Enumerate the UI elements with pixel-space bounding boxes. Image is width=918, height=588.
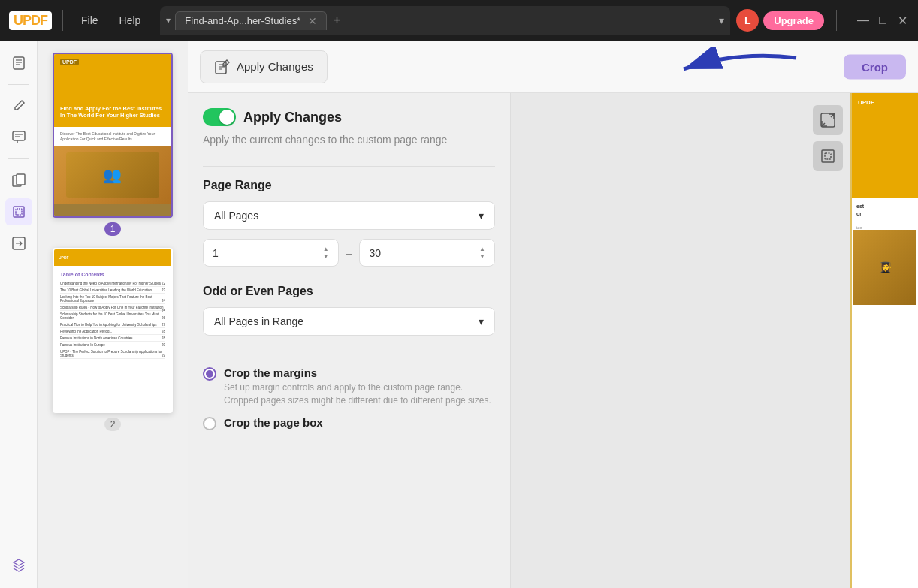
tab-bar: ▾ Find-and-Ap...her-Studies* ✕ + ▾ — [160, 6, 730, 35]
crop-page-box-content: Crop the page box — [224, 416, 323, 429]
range-from-up[interactable]: ▲ — [323, 246, 329, 253]
svg-rect-10 — [16, 209, 22, 215]
crop-page-box-label: Crop the page box — [224, 416, 323, 429]
crop-page-box-row: Crop the page box — [203, 416, 495, 430]
active-tab[interactable]: Find-and-Ap...her-Studies* ✕ — [175, 11, 327, 30]
range-to-up[interactable]: ▲ — [479, 246, 485, 253]
odd-even-dropdown[interactable]: All Pages in Range ▾ — [203, 307, 495, 336]
sidebar-item-reader[interactable] — [5, 50, 32, 77]
window-controls: — □ ✕ — [856, 14, 909, 27]
panel-divider-1 — [203, 166, 495, 167]
page2-toc: Table of Contents Understanding the Need… — [54, 266, 171, 366]
panel-divider-2 — [203, 354, 495, 354]
top-toolbar: Apply Changes Crop — [188, 41, 918, 93]
page-range-label: Page Range — [203, 179, 495, 192]
panel-title: Apply Changes — [243, 110, 342, 125]
toc-item-2: The 10 Best Global Universities Leading … — [60, 288, 165, 294]
convert-icon — [11, 236, 26, 251]
page-number-1: 1 — [104, 222, 122, 236]
crop-margins-label: Crop the margins — [224, 366, 495, 379]
toc-item-10: UPDF - The Perfect Solution to Prepare S… — [60, 350, 165, 359]
sidebar-item-pages[interactable] — [5, 167, 32, 194]
sidebar-item-layers[interactable] — [5, 552, 32, 579]
page-right-view: UPDF estor ize 👩‍🎓 — [850, 93, 918, 588]
thumb-wrap-2[interactable]: UPDF Table of Contents Understanding the… — [53, 248, 173, 413]
odd-even-value: All Pages in Range — [214, 315, 303, 327]
apply-changes-icon — [214, 59, 231, 75]
apply-changes-toggle[interactable] — [203, 108, 236, 126]
odd-even-arrow: ▾ — [479, 315, 484, 327]
crop-icon-sidebar — [11, 204, 26, 219]
thumbnail-page-1[interactable]: UPDF Find and Apply For the Best Institu… — [47, 53, 179, 236]
titlebar: UPDF File Help ▾ Find-and-Ap...her-Studi… — [0, 0, 918, 41]
range-from-input[interactable]: 1 ▲ ▼ — [203, 239, 339, 267]
svg-rect-4 — [13, 131, 25, 140]
minimize-btn[interactable]: — — [856, 14, 870, 27]
edit-icon — [11, 98, 26, 113]
odd-even-label: Odd or Even Pages — [203, 285, 495, 298]
crop-box-btn[interactable] — [813, 141, 843, 171]
titlebar-right: L Upgrade — □ ✕ — [736, 9, 909, 32]
page2-header: UPDF — [54, 249, 171, 266]
page-right-image-icon: 👩‍🎓 — [879, 261, 892, 273]
sidebar-item-annotate[interactable] — [5, 124, 32, 151]
maximize-btn[interactable]: □ — [876, 14, 889, 27]
toggle-row: Apply Changes — [203, 108, 495, 126]
svg-rect-16 — [825, 153, 831, 159]
sidebar-item-crop[interactable] — [5, 198, 32, 225]
upgrade-section: L Upgrade — [736, 9, 824, 32]
img-placeholder: 👥 — [66, 152, 160, 198]
thumb-wrap-1[interactable]: UPDF Find and Apply For the Best Institu… — [53, 53, 173, 218]
page1-header: UPDF Find and Apply For the Best Institu… — [54, 54, 171, 127]
toggle-knob — [219, 110, 234, 125]
tab-list-btn[interactable]: ▾ — [719, 14, 724, 26]
crop-margins-row: Crop the margins Set up margin controls … — [203, 366, 495, 407]
divider-2 — [836, 10, 837, 31]
upgrade-btn[interactable]: Upgrade — [763, 11, 824, 30]
odd-even-section: Odd or Even Pages All Pages in Range ▾ — [203, 285, 495, 336]
page-range-dropdown[interactable]: All Pages ▾ — [203, 201, 495, 230]
crop-margins-radio[interactable] — [203, 367, 216, 381]
user-avatar[interactable]: L — [736, 9, 759, 32]
apply-changes-btn[interactable]: Apply Changes — [200, 50, 328, 83]
page2-preview: UPDF Table of Contents Understanding the… — [54, 249, 171, 412]
range-from-stepper[interactable]: ▲ ▼ — [323, 246, 329, 260]
content-area: Apply Changes Crop — [188, 41, 918, 588]
range-from-down[interactable]: ▼ — [323, 253, 329, 261]
crop-btn[interactable]: Crop — [844, 54, 906, 79]
page-range-section: Page Range All Pages ▾ 1 ▲ ▼ — [203, 179, 495, 267]
sidebar-item-edit[interactable] — [5, 92, 32, 119]
crop-page-box-radio[interactable] — [203, 417, 216, 430]
thumbnail-page-2[interactable]: UPDF Table of Contents Understanding the… — [47, 248, 179, 431]
toc-item-7: Reviewing the Application Period... 28 — [60, 330, 165, 335]
tab-dropdown-arrow[interactable]: ▾ — [166, 15, 171, 26]
img-icon: 👥 — [103, 166, 122, 184]
crop-margins-content: Crop the margins Set up margin controls … — [224, 366, 495, 407]
range-to-input[interactable]: 30 ▲ ▼ — [359, 239, 495, 267]
new-tab-btn[interactable]: + — [333, 13, 341, 29]
expand-icon-btn[interactable] — [813, 105, 843, 135]
pages-icon — [11, 173, 26, 188]
panel-toggle-section: Apply Changes Apply the current changes … — [203, 108, 495, 148]
range-to-stepper[interactable]: ▲ ▼ — [479, 246, 485, 260]
page1-preview: UPDF Find and Apply For the Best Institu… — [54, 54, 171, 216]
main-layout: UPDF Find and Apply For the Best Institu… — [0, 41, 918, 588]
page-right-image-area: 👩‍🎓 — [853, 230, 916, 305]
sidebar-item-convert[interactable] — [5, 230, 32, 257]
apply-changes-label: Apply Changes — [237, 60, 313, 73]
menu-help[interactable]: Help — [112, 11, 149, 29]
arrow-annotation — [639, 47, 804, 99]
page1-image: 👥 — [54, 146, 171, 204]
menu-file[interactable]: File — [74, 11, 106, 29]
page-number-2: 2 — [104, 418, 122, 431]
toc-item-9: Famous Institutions In Europe 29 — [60, 343, 165, 348]
range-inputs-row: 1 ▲ ▼ – 30 ▲ ▼ — [203, 239, 495, 267]
page-right-yellow-header: UPDF — [852, 93, 918, 198]
reader-icon — [11, 56, 26, 71]
range-to-down[interactable]: ▼ — [479, 253, 485, 261]
close-btn[interactable]: ✕ — [895, 14, 909, 27]
left-sidebar — [0, 41, 38, 588]
upgrade-label: Upgrade — [774, 15, 814, 26]
toc-item-4: Scholarship Rules - How to Apply For One… — [60, 306, 165, 311]
tab-close-btn[interactable]: ✕ — [308, 15, 317, 27]
